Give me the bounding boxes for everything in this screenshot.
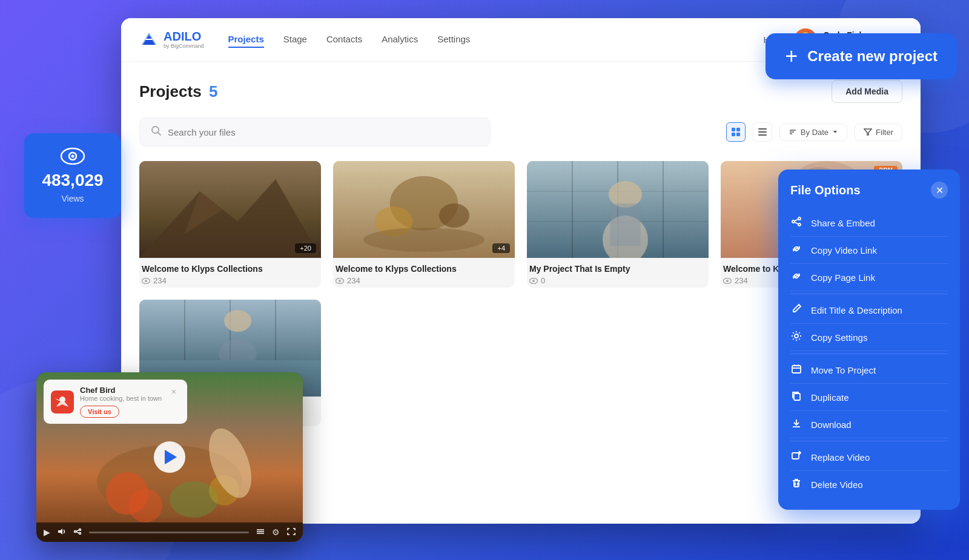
svg-point-30 (439, 203, 469, 228)
svg-point-73 (128, 489, 162, 522)
link2-icon (790, 271, 802, 284)
svg-point-49 (726, 280, 729, 282)
svg-rect-5 (145, 39, 153, 40)
file-option-move[interactable]: Move To Project (790, 357, 948, 384)
playlist-icon[interactable] (256, 527, 265, 537)
duplicate-label: Duplicate (811, 392, 849, 403)
list-view-button[interactable] (753, 122, 772, 142)
project-card-0[interactable]: +20 Welcome to Klyps Collections 234 (139, 161, 321, 288)
overlay-close-button[interactable]: × (168, 386, 180, 398)
replace-label: Replace Video (811, 452, 870, 463)
project-name-0: Welcome to Klyps Collections (142, 264, 319, 274)
sort-button[interactable]: By Date (779, 124, 847, 141)
file-option-copy-page[interactable]: Copy Page Link (790, 264, 948, 291)
svg-rect-10 (732, 128, 735, 131)
project-info-0: Welcome to Klyps Collections 234 (139, 258, 321, 288)
search-icon (151, 125, 162, 139)
thumb-1: +4 (333, 161, 515, 258)
brand-name: Chef Bird (80, 386, 162, 395)
nav-stage[interactable]: Stage (283, 31, 307, 48)
nav-analytics[interactable]: Analytics (382, 31, 418, 48)
project-info-1: Welcome to Klyps Collections 234 (333, 258, 515, 288)
page-title-area: Projects 5 (139, 82, 218, 101)
svg-line-82 (76, 530, 79, 532)
svg-point-44 (532, 280, 535, 282)
create-btn-label: Create new project (807, 48, 938, 65)
video-bg: Chef Bird Home cooking, best in town Vis… (36, 372, 303, 542)
svg-rect-64 (792, 366, 801, 373)
fullscreen-icon[interactable] (287, 527, 296, 537)
svg-line-9 (158, 133, 161, 136)
page-count: 5 (209, 82, 217, 100)
badge-0: +20 (295, 243, 316, 253)
add-media-button[interactable]: Add Media (832, 80, 902, 103)
create-project-button[interactable]: + Create new project (766, 33, 957, 79)
file-options-close-button[interactable]: ✕ (931, 182, 948, 199)
project-card-1[interactable]: +4 Welcome to Klyps Collections 234 (333, 161, 515, 288)
share-control-icon[interactable] (73, 527, 82, 537)
svg-rect-66 (792, 453, 799, 459)
divider-3 (790, 441, 948, 441)
svg-rect-16 (758, 134, 767, 136)
file-option-delete[interactable]: Delete Video (790, 471, 948, 498)
brand-desc: Home cooking, best in town (80, 395, 162, 402)
project-views-1: 234 (336, 276, 512, 285)
svg-point-59 (792, 220, 795, 223)
play-control-icon[interactable]: ▶ (44, 527, 50, 537)
svg-point-26 (145, 280, 147, 282)
svg-point-79 (79, 529, 81, 531)
badge-1: +4 (492, 243, 510, 253)
divider-2 (790, 354, 948, 354)
grid-view-button[interactable] (726, 122, 746, 142)
logo-icon (139, 30, 159, 50)
file-option-download[interactable]: Download (790, 411, 948, 438)
progress-bar[interactable] (89, 532, 249, 533)
search-input[interactable] (168, 127, 479, 137)
view-controls: By Date Filter (726, 122, 902, 142)
edit-label: Edit Title & Description (811, 305, 902, 315)
filter-button[interactable]: Filter (855, 124, 902, 141)
download-label: Download (811, 420, 852, 430)
project-card-2[interactable]: My Project That Is Empty 0 (527, 161, 709, 288)
svg-point-2 (71, 155, 74, 158)
project-views-2: 0 (529, 276, 706, 285)
copy-settings-label: Copy Settings (811, 332, 867, 343)
svg-rect-13 (736, 133, 740, 136)
plus-icon: + (785, 45, 798, 67)
views-widget: 483,029 Views (24, 133, 121, 218)
svg-point-80 (74, 531, 76, 533)
svg-marker-21 (864, 129, 871, 135)
file-option-copy-video[interactable]: Copy Video Link (790, 237, 948, 264)
eye-icon (61, 148, 85, 167)
svg-point-63 (795, 334, 798, 338)
video-play-button[interactable] (154, 441, 185, 473)
file-option-edit[interactable]: Edit Title & Description (790, 297, 948, 324)
project-name-1: Welcome to Klyps Collections (336, 264, 512, 274)
file-option-share[interactable]: Share & Embed (790, 209, 948, 237)
trash-icon (790, 478, 802, 491)
file-option-duplicate[interactable]: Duplicate (790, 384, 948, 411)
svg-line-62 (795, 222, 798, 224)
svg-point-81 (79, 533, 81, 535)
svg-marker-20 (833, 131, 837, 133)
search-bar (139, 117, 491, 147)
page-header: Projects 5 Add Media (139, 80, 902, 103)
volume-icon[interactable] (58, 527, 66, 537)
delete-label: Delete Video (811, 479, 863, 490)
svg-rect-12 (732, 133, 735, 136)
file-option-replace[interactable]: Replace Video (790, 444, 948, 471)
nav-projects[interactable]: Projects (228, 31, 264, 48)
copy-page-label: Copy Page Link (811, 272, 875, 283)
nav-links: Projects Stage Contacts Analytics Settin… (228, 31, 764, 48)
project-views-0: 234 (142, 276, 319, 285)
page-title: Projects (139, 82, 202, 100)
views-label: Views (61, 194, 84, 203)
svg-point-60 (798, 223, 801, 226)
settings-control-icon[interactable]: ⚙ (272, 527, 280, 537)
svg-rect-11 (736, 128, 740, 131)
nav-contacts[interactable]: Contacts (326, 31, 362, 48)
visit-button[interactable]: Visit us (80, 406, 119, 418)
sort-label: By Date (801, 128, 828, 137)
file-option-copy-settings[interactable]: Copy Settings (790, 324, 948, 351)
nav-settings[interactable]: Settings (437, 31, 470, 48)
